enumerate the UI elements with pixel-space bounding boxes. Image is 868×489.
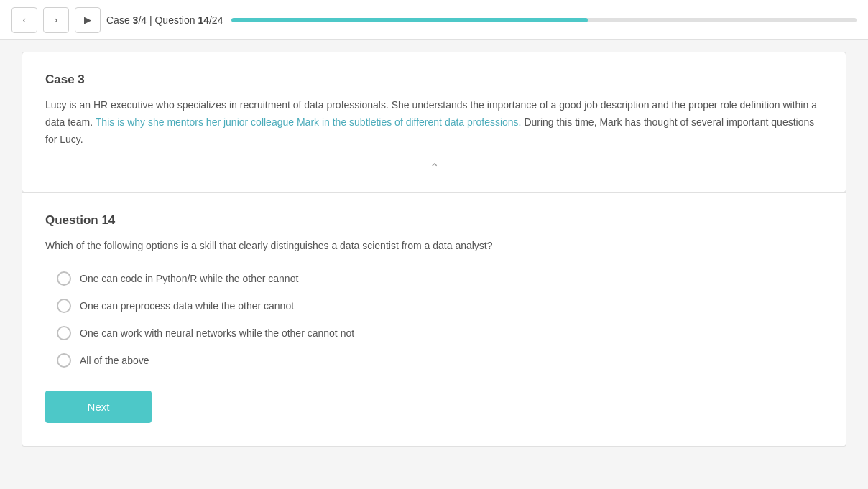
- question-card: Question 14 Which of the following optio…: [22, 193, 846, 446]
- list-item[interactable]: One can preprocess data while the other …: [57, 299, 823, 313]
- option-label-2: One can preprocess data while the other …: [80, 300, 294, 312]
- case-body: Lucy is an HR executive who specializes …: [45, 97, 823, 148]
- progress-text-static: Case: [106, 14, 133, 26]
- collapse-button[interactable]: ⌃: [421, 158, 448, 177]
- progress-bar-container: [231, 18, 857, 22]
- radio-option-2[interactable]: [57, 299, 71, 313]
- options-list: One can code in Python/R while the other…: [45, 271, 823, 368]
- next-nav-button[interactable]: ›: [43, 7, 69, 33]
- question-text: Which of the following options is a skil…: [45, 238, 823, 253]
- question-total: /24: [209, 14, 223, 26]
- radio-option-1[interactable]: [57, 271, 71, 286]
- chevron-left-icon: ‹: [23, 14, 26, 25]
- radio-option-3[interactable]: [57, 326, 71, 340]
- top-bar: ‹ › ▶ Case 3/4 | Question 14/24: [0, 0, 868, 40]
- case-title: Case 3: [45, 73, 823, 87]
- case-body-highlight: This is why she mentors her junior colle…: [96, 116, 522, 128]
- flag-icon: ▶: [84, 14, 91, 25]
- case-total: 4: [141, 14, 147, 26]
- chevron-right-icon: ›: [55, 14, 57, 25]
- list-item[interactable]: All of the above: [57, 353, 823, 368]
- prev-button[interactable]: ‹: [11, 7, 37, 33]
- chevron-up-icon: ⌃: [430, 162, 439, 174]
- list-item[interactable]: One can work with neural networks while …: [57, 326, 823, 340]
- progress-label: Case 3/4 | Question 14/24: [106, 14, 223, 26]
- radio-option-4[interactable]: [57, 353, 71, 368]
- question-current: 14: [198, 14, 209, 26]
- next-button[interactable]: Next: [45, 391, 152, 423]
- option-label-4: All of the above: [80, 355, 149, 366]
- progress-bar-fill: [231, 18, 588, 22]
- main-content: Case 3 Lucy is an HR executive who speci…: [10, 40, 858, 458]
- case-card: Case 3 Lucy is an HR executive who speci…: [22, 52, 846, 192]
- progress-area: Case 3/4 | Question 14/24: [106, 14, 857, 26]
- question-separator: | Question: [147, 14, 198, 26]
- list-item[interactable]: One can code in Python/R while the other…: [57, 271, 823, 286]
- question-title: Question 14: [45, 213, 823, 228]
- collapse-btn-area: ⌃: [45, 148, 823, 177]
- flag-button[interactable]: ▶: [75, 7, 101, 33]
- option-label-3: One can work with neural networks while …: [80, 327, 354, 339]
- option-label-1: One can code in Python/R while the other…: [80, 273, 298, 284]
